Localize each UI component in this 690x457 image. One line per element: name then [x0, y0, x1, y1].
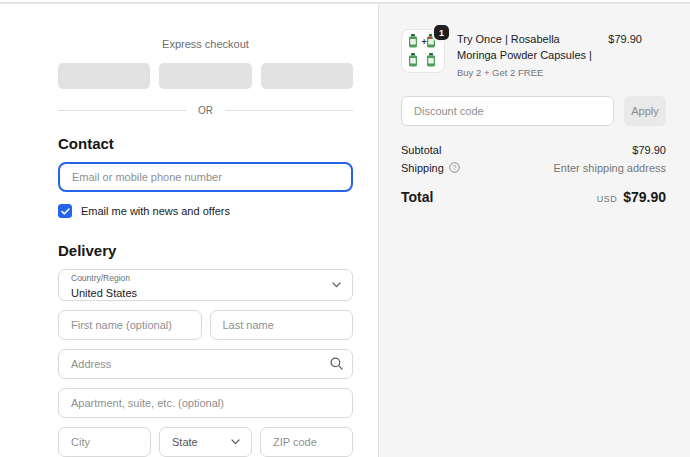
- apartment-field[interactable]: [58, 388, 353, 418]
- subtotal-label: Subtotal: [401, 144, 441, 156]
- state-select-value: State: [172, 436, 198, 448]
- last-name-field[interactable]: [210, 310, 354, 340]
- discount-row: Apply: [401, 96, 666, 126]
- svg-text:+: +: [422, 37, 427, 47]
- product-price: $79.90: [608, 29, 642, 45]
- express-payment-button-3[interactable]: [261, 63, 353, 89]
- search-icon: [330, 357, 343, 370]
- apply-discount-button[interactable]: Apply: [624, 96, 666, 126]
- contact-heading: Contact: [58, 135, 353, 152]
- zip-code-field[interactable]: [260, 427, 353, 457]
- city-state-zip-row: State: [58, 427, 353, 457]
- address-field[interactable]: [58, 349, 353, 379]
- checkout-form: Express checkout OR Contact Email me wit…: [0, 4, 378, 457]
- product-title: Try Once | Rosabella Moringa Powder Caps…: [457, 32, 596, 64]
- express-payment-button-2[interactable]: [159, 63, 251, 89]
- total-row: Total USD $79.90: [401, 189, 666, 205]
- email-field[interactable]: [58, 162, 353, 192]
- first-name-field[interactable]: [58, 310, 202, 340]
- order-summary: + 1 Try Once | Rosabella Moringa Powder …: [378, 4, 690, 457]
- address-field-wrap: [58, 349, 353, 379]
- subtotal-value: $79.90: [632, 144, 666, 156]
- express-checkout-buttons: [58, 63, 353, 89]
- shipping-label: Shipping: [401, 162, 444, 174]
- svg-text:?: ?: [452, 164, 456, 171]
- or-label: OR: [198, 105, 213, 116]
- chevron-down-icon: [332, 282, 341, 288]
- state-select[interactable]: State: [159, 427, 252, 457]
- email-news-checkbox[interactable]: [58, 204, 72, 218]
- apartment-field-wrap: [58, 388, 353, 418]
- total-value: $79.90: [623, 189, 666, 205]
- shipping-value: Enter shipping address: [553, 162, 666, 174]
- total-label: Total: [401, 189, 433, 205]
- line-item: + 1 Try Once | Rosabella Moringa Powder …: [401, 29, 666, 78]
- checkout-page: Express checkout OR Contact Email me wit…: [0, 2, 690, 457]
- discount-code-field[interactable]: [401, 96, 614, 126]
- product-info: Try Once | Rosabella Moringa Powder Caps…: [457, 29, 596, 78]
- country-select-value: United States: [71, 287, 137, 299]
- country-select-label: Country/Region: [71, 273, 340, 283]
- delivery-heading: Delivery: [58, 242, 353, 259]
- shipping-info-icon[interactable]: ?: [449, 162, 460, 173]
- express-checkout-label: Express checkout: [58, 38, 353, 50]
- city-field[interactable]: [58, 427, 151, 457]
- divider-line: [225, 110, 353, 111]
- shipping-row: Shipping ? Enter shipping address: [401, 162, 666, 174]
- product-thumbnail: + 1: [401, 29, 445, 73]
- divider-line: [58, 110, 186, 111]
- email-news-checkbox-label[interactable]: Email me with news and offers: [81, 205, 230, 217]
- cost-summary: Subtotal $79.90 Shipping ? Enter shippin…: [401, 144, 666, 205]
- email-news-checkbox-row: Email me with news and offers: [58, 204, 353, 218]
- subtotal-row: Subtotal $79.90: [401, 144, 666, 156]
- checkmark-icon: [61, 208, 70, 215]
- country-select[interactable]: Country/Region United States: [58, 269, 353, 301]
- chevron-down-icon: [231, 439, 240, 445]
- quantity-badge: 1: [432, 23, 451, 42]
- product-variant: Buy 2 + Get 2 FREE: [457, 67, 596, 78]
- express-payment-button-1[interactable]: [58, 63, 150, 89]
- name-fields-row: [58, 310, 353, 340]
- currency-code: USD: [597, 194, 618, 204]
- or-divider: OR: [58, 105, 353, 116]
